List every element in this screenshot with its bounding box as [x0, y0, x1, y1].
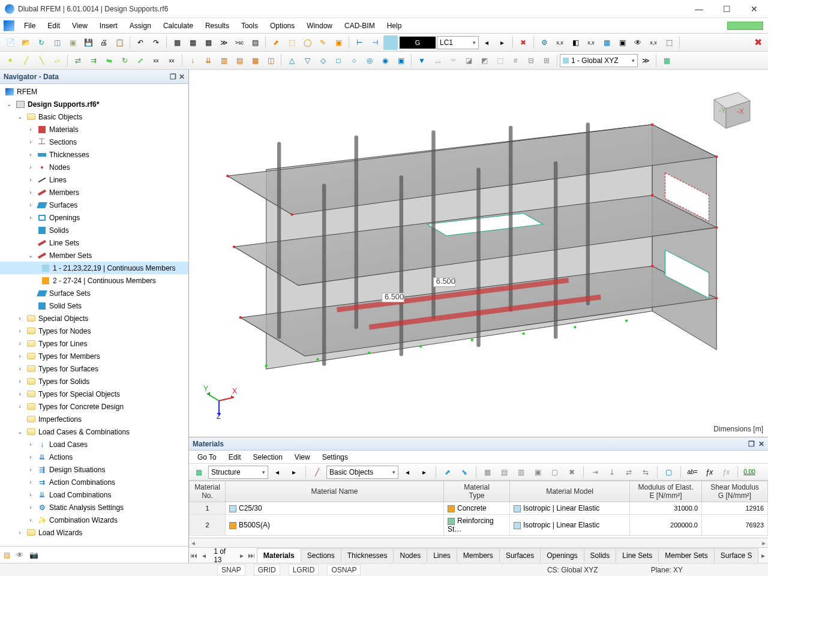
- tree-action-comb[interactable]: ›⇉Action Combinations: [0, 476, 188, 488]
- dim2-icon[interactable]: ⊣: [368, 35, 382, 50]
- save-icon[interactable]: 💾: [81, 35, 95, 50]
- tab-nodes[interactable]: Nodes: [393, 548, 427, 562]
- mat-menu-view[interactable]: View: [289, 452, 316, 463]
- select-circle-icon[interactable]: ◯: [300, 35, 314, 50]
- tab-linesets[interactable]: Line Sets: [616, 548, 659, 562]
- mat-export1-icon[interactable]: ⇥: [588, 465, 602, 479]
- open-file-icon[interactable]: 📂: [19, 35, 33, 50]
- tree-sections[interactable]: ›工Sections: [0, 136, 188, 148]
- tab-openings[interactable]: Openings: [540, 548, 584, 562]
- redo-icon[interactable]: ↷: [149, 35, 163, 50]
- tree-load-comb[interactable]: ›⇊Load Combinations: [0, 488, 188, 501]
- disp6-icon[interactable]: ≡: [508, 53, 523, 68]
- tree-solidsets[interactable]: Solid Sets: [0, 299, 188, 312]
- mat-fx1-icon[interactable]: ƒx: [702, 465, 716, 479]
- col-e[interactable]: Modulus of Elast. E [N/mm²]: [630, 481, 702, 502]
- view-tool4-icon[interactable]: x,x: [584, 35, 598, 50]
- sup1-icon[interactable]: △: [284, 53, 299, 68]
- mat-prev1-icon[interactable]: ◂: [270, 465, 284, 479]
- tree-project[interactable]: ⌄Design Supports.rf6*: [0, 98, 188, 110]
- navigator-tree[interactable]: RFEM ⌄Design Supports.rf6* ⌄Basic Object…: [0, 84, 188, 546]
- undo-icon[interactable]: ↶: [133, 35, 148, 50]
- mat-grid1-icon[interactable]: ▦: [481, 465, 495, 479]
- mat-decimals-icon[interactable]: 0,00: [742, 465, 757, 479]
- status-osnap[interactable]: OSNAP: [327, 565, 361, 575]
- disp2-icon[interactable]: ⌔: [446, 53, 460, 68]
- table-row[interactable]: 1 C25/30 Concrete Isotropic | Linear Ela…: [189, 502, 767, 515]
- col-type[interactable]: Material Type: [444, 481, 510, 502]
- tree-types-special[interactable]: ›Types for Special Objects: [0, 388, 188, 400]
- rotate-tool-icon[interactable]: ↻: [118, 53, 132, 68]
- new-file-icon[interactable]: 📄: [3, 35, 17, 50]
- menu-assign[interactable]: Assign: [124, 19, 157, 32]
- table1-icon[interactable]: ▦: [170, 35, 184, 50]
- mat-export4-icon[interactable]: ⇆: [638, 465, 653, 479]
- mat-export3-icon[interactable]: ⇄: [622, 465, 636, 479]
- tree-surfacesets[interactable]: Surface Sets: [0, 287, 188, 299]
- col-no[interactable]: Material No.: [189, 481, 225, 502]
- tree-imperfections[interactable]: Imperfections: [0, 413, 188, 425]
- tab-surfacesets[interactable]: Surface S: [714, 548, 759, 562]
- mirror-tool-icon[interactable]: ⇋: [102, 53, 116, 68]
- tree-design-sit[interactable]: ›⇶Design Situations: [0, 463, 188, 476]
- sup6-icon[interactable]: ◎: [362, 53, 377, 68]
- close-panel-icon[interactable]: ✕: [758, 440, 764, 448]
- surface-tool-icon[interactable]: ▱: [50, 53, 64, 68]
- render-icon[interactable]: ▦: [659, 53, 674, 68]
- scale-tool-icon[interactable]: ⤢: [133, 53, 148, 68]
- sup3-icon[interactable]: ◇: [316, 53, 330, 68]
- tree-linesets[interactable]: Line Sets: [0, 236, 188, 249]
- disp5-icon[interactable]: ⬚: [493, 53, 507, 68]
- select-arrow-icon[interactable]: ⬈: [269, 35, 283, 50]
- tab-thicknesses[interactable]: Thicknesses: [341, 548, 394, 562]
- tree-comb-wizards[interactable]: ›✨Combination Wizards: [0, 514, 188, 526]
- page-next-icon[interactable]: ▸: [237, 551, 247, 560]
- member-tool-icon[interactable]: ╲: [34, 53, 49, 68]
- tree-lcc[interactable]: ⌄Load Cases & Combinations: [0, 425, 188, 438]
- undock-icon[interactable]: ❐: [170, 73, 176, 81]
- loadcase-combo[interactable]: LC1: [437, 36, 479, 49]
- mat-line-icon[interactable]: ╱: [310, 465, 325, 479]
- view-tool8-icon[interactable]: x,x: [646, 35, 661, 50]
- dim-icon[interactable]: ⊢: [352, 35, 367, 50]
- lc-prev-icon[interactable]: ◂: [479, 35, 494, 50]
- flag-delete-icon[interactable]: ✖: [516, 35, 530, 50]
- tree-root[interactable]: RFEM: [0, 85, 188, 98]
- menu-calculate[interactable]: Calculate: [157, 19, 199, 32]
- load6-icon[interactable]: ◫: [263, 53, 278, 68]
- mat-menu-edit[interactable]: Edit: [223, 452, 247, 463]
- menu-help[interactable]: Help: [381, 19, 408, 32]
- tree-special-objects[interactable]: ›Special Objects: [0, 312, 188, 325]
- mat-fx2-icon[interactable]: ƒx: [719, 465, 733, 479]
- tree-memberset-2[interactable]: 2 - 27-24 | Continuous Members: [0, 274, 188, 287]
- tree-types-surfaces[interactable]: ›Types for Surfaces: [0, 362, 188, 375]
- load4-icon[interactable]: ▤: [232, 53, 247, 68]
- tree-memberset-1[interactable]: 1 - 21,23,22,19 | Continuous Members: [0, 262, 188, 274]
- status-lgrid[interactable]: LGRID: [289, 565, 319, 575]
- close-panel-icon[interactable]: ✕: [179, 73, 185, 81]
- mat-sel2-icon[interactable]: ⬊: [457, 465, 472, 479]
- mat-ab-icon[interactable]: ab=: [685, 465, 700, 479]
- view-cube-icon[interactable]: -Y -X: [702, 82, 756, 136]
- tree-types-concrete[interactable]: ›Types for Concrete Design: [0, 400, 188, 413]
- lc-next-icon[interactable]: ▸: [495, 35, 509, 50]
- mat-prev2-icon[interactable]: ◂: [400, 465, 415, 479]
- materials-grid[interactable]: Material No. Material Name Material Type…: [189, 481, 768, 538]
- col-g[interactable]: Shear Modulus G [N/mm²]: [702, 481, 768, 502]
- copy-tool-icon[interactable]: ⇉: [86, 53, 101, 68]
- mat-grid4-icon[interactable]: ▣: [531, 465, 545, 479]
- tree-thicknesses[interactable]: ›Thicknesses: [0, 148, 188, 161]
- menu-cadbim[interactable]: CAD-BIM: [338, 19, 381, 32]
- disp7-icon[interactable]: ⊟: [524, 53, 538, 68]
- menu-insert[interactable]: Insert: [94, 19, 124, 32]
- delete-red-icon[interactable]: ✖: [751, 35, 765, 50]
- status-grid[interactable]: GRID: [254, 565, 280, 575]
- tab-membersets[interactable]: Member Sets: [658, 548, 714, 562]
- node-tool-icon[interactable]: ✶: [3, 53, 17, 68]
- 3d-viewport[interactable]: 6.500 6.500 X Y Z: [189, 70, 768, 437]
- minimize-button[interactable]: —: [685, 0, 713, 18]
- tree-load-wizards[interactable]: ›Load Wizards: [0, 526, 188, 539]
- tab-members[interactable]: Members: [457, 548, 500, 562]
- menu-tools[interactable]: Tools: [235, 19, 264, 32]
- mat-grid2-icon[interactable]: ▤: [497, 465, 512, 479]
